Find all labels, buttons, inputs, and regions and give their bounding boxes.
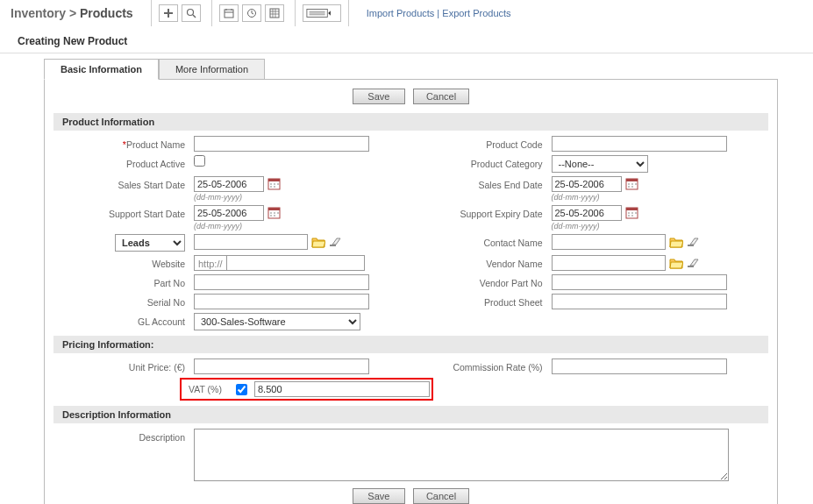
product-active-checkbox[interactable] bbox=[194, 155, 205, 167]
sales-start-input[interactable] bbox=[194, 176, 264, 192]
calendar-picker-icon[interactable] bbox=[267, 177, 282, 191]
label-contact-name: Contact Name bbox=[411, 234, 552, 248]
label-product-active: Product Active bbox=[53, 155, 194, 169]
product-sheet-input[interactable] bbox=[552, 294, 727, 309]
eraser-icon[interactable] bbox=[687, 237, 699, 247]
import-export-links: Import Products | Export Products bbox=[356, 8, 511, 18]
vendor-part-input[interactable] bbox=[552, 274, 727, 290]
product-category-select[interactable]: --None-- bbox=[552, 155, 648, 173]
export-link[interactable]: Export Products bbox=[442, 8, 510, 18]
page-title: Creating New Product bbox=[0, 26, 813, 53]
svg-rect-1 bbox=[225, 10, 233, 18]
part-no-input[interactable] bbox=[194, 274, 369, 290]
svg-rect-12 bbox=[626, 208, 638, 210]
folder-open-icon[interactable] bbox=[311, 237, 325, 248]
date-hint: (dd-mm-yyyy) bbox=[552, 193, 639, 202]
label-product-name: Product Name bbox=[126, 139, 185, 150]
cancel-button-bottom[interactable]: Cancel bbox=[413, 488, 469, 504]
svg-rect-8 bbox=[626, 179, 638, 181]
save-button-bottom[interactable]: Save bbox=[353, 488, 405, 504]
svg-rect-14 bbox=[688, 245, 694, 246]
folder-open-icon[interactable] bbox=[669, 258, 683, 269]
clock-icon[interactable] bbox=[242, 4, 261, 22]
tab-basic[interactable]: Basic Information bbox=[44, 59, 159, 80]
search-icon[interactable] bbox=[182, 4, 201, 22]
breadcrumb: Inventory > Products bbox=[0, 1, 144, 25]
breadcrumb-current: Products bbox=[80, 6, 133, 20]
calendar-picker-icon[interactable] bbox=[625, 206, 639, 220]
vat-checkbox[interactable] bbox=[236, 384, 247, 395]
svg-rect-13 bbox=[330, 245, 336, 246]
cancel-button-top[interactable]: Cancel bbox=[413, 89, 469, 104]
tab-more[interactable]: More Information bbox=[159, 59, 265, 80]
support-start-input[interactable] bbox=[194, 205, 264, 221]
svg-point-0 bbox=[187, 9, 193, 15]
unit-price-input[interactable] bbox=[194, 358, 369, 374]
commission-input[interactable] bbox=[552, 358, 727, 374]
http-prefix: http:// bbox=[194, 255, 226, 271]
label-sales-start: Sales Start Date bbox=[53, 176, 194, 190]
label-product-category: Product Category bbox=[411, 155, 552, 169]
label-unit-price: Unit Price: (€) bbox=[53, 358, 194, 373]
vendor-name-input[interactable] bbox=[552, 255, 666, 271]
website-input[interactable] bbox=[226, 255, 365, 271]
label-product-sheet: Product Sheet bbox=[411, 294, 552, 308]
label-part-no: Part No bbox=[53, 274, 194, 288]
product-code-input[interactable] bbox=[552, 136, 727, 152]
label-support-expiry: Support Expiry Date bbox=[411, 205, 552, 219]
label-website: Website bbox=[53, 255, 194, 269]
label-vendor-name: Vendor Name bbox=[411, 255, 552, 269]
folder-open-icon[interactable] bbox=[669, 237, 683, 248]
plus-icon[interactable] bbox=[159, 4, 178, 22]
label-product-code: Product Code bbox=[411, 136, 552, 150]
description-textarea[interactable] bbox=[194, 429, 729, 481]
leads-select[interactable]: Leads bbox=[115, 234, 185, 252]
svg-rect-10 bbox=[268, 208, 280, 210]
toolbar-nav bbox=[159, 4, 204, 22]
contact-name-input[interactable] bbox=[552, 234, 666, 250]
svg-rect-3 bbox=[270, 9, 279, 18]
eraser-icon[interactable] bbox=[329, 237, 341, 247]
vat-input[interactable] bbox=[254, 381, 430, 397]
serial-no-input[interactable] bbox=[194, 294, 369, 309]
date-hint: (dd-mm-yyyy) bbox=[194, 222, 282, 231]
eraser-icon[interactable] bbox=[687, 258, 699, 268]
label-description: Description bbox=[53, 429, 194, 443]
label-serial-no: Serial No bbox=[53, 294, 194, 308]
label-vat: VAT (%) bbox=[183, 384, 236, 394]
import-link[interactable]: Import Products bbox=[367, 8, 435, 18]
tabs: Basic Information More Information bbox=[44, 59, 778, 80]
toolbar-apps bbox=[219, 4, 288, 22]
sales-end-input[interactable] bbox=[552, 176, 622, 192]
svg-rect-6 bbox=[268, 179, 280, 181]
leads-input[interactable] bbox=[194, 234, 308, 250]
breadcrumb-sep: > bbox=[69, 6, 76, 20]
svg-rect-15 bbox=[688, 266, 694, 267]
date-hint: (dd-mm-yyyy) bbox=[552, 222, 639, 231]
calendar-picker-icon[interactable] bbox=[267, 206, 282, 220]
section-pricing: Pricing Information: bbox=[53, 336, 768, 353]
calendar-picker-icon[interactable] bbox=[625, 177, 639, 191]
label-gl-account: GL Account bbox=[53, 313, 194, 327]
support-expiry-input[interactable] bbox=[552, 205, 622, 221]
product-name-input[interactable] bbox=[194, 136, 369, 152]
vat-highlight: VAT (%) bbox=[180, 378, 433, 401]
label-sales-end: Sales End Date bbox=[411, 176, 552, 190]
section-description: Description Information bbox=[53, 406, 768, 423]
date-hint: (dd-mm-yyyy) bbox=[194, 193, 282, 202]
label-vendor-part: Vendor Part No bbox=[411, 274, 552, 288]
calendar-icon[interactable] bbox=[219, 4, 239, 22]
gl-account-select[interactable]: 300-Sales-Software bbox=[194, 313, 360, 330]
label-commission: Commission Rate (%) bbox=[411, 358, 552, 373]
section-product: Product Information bbox=[53, 113, 768, 131]
view-switch-icon[interactable] bbox=[303, 4, 341, 22]
breadcrumb-parent[interactable]: Inventory bbox=[11, 6, 66, 20]
label-support-start: Support Start Date bbox=[53, 205, 194, 219]
grid-icon[interactable] bbox=[265, 4, 284, 22]
save-button-top[interactable]: Save bbox=[353, 89, 405, 104]
